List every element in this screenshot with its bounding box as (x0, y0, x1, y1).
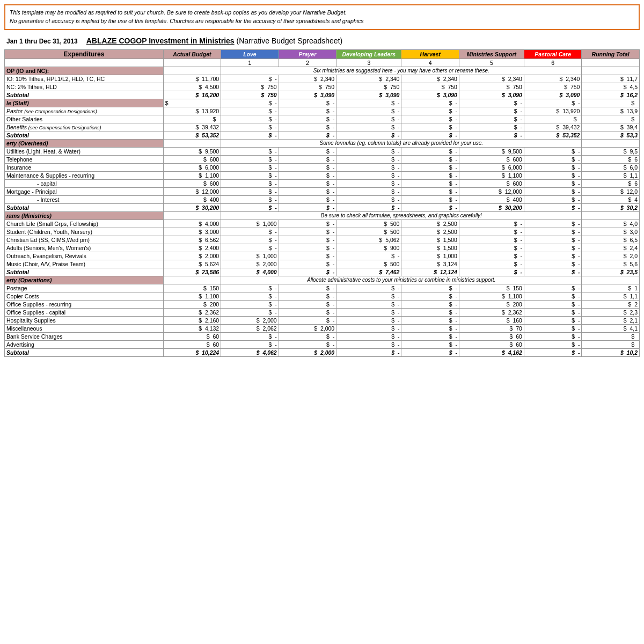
main-title: ABLAZE COGOP Investment in Ministries (N… (86, 36, 342, 45)
benefits-harvest: $ - (401, 123, 459, 131)
op1-running: $ 11,7 (582, 75, 640, 83)
op2-running: $ 4,5 (582, 83, 640, 91)
benefits-prayer: $ - (279, 123, 336, 131)
op2-harvest: $ 750 (401, 83, 459, 91)
student-row: Student (Children, Youth, Nursery) $ 3,0… (5, 228, 640, 236)
mortgage-p-row: Mortgage - Principal $ 12,000 $ - $ - $ … (5, 187, 640, 195)
pastor-actual: $ 13,920 (163, 107, 221, 115)
adults-label: Adults (Seniors, Men's, Women's) (5, 244, 164, 252)
salaries-running: $ (582, 115, 640, 123)
col-header-prayer: Prayer (279, 49, 336, 58)
bank-row: Bank Service Charges $ 60 $ - $ - $ - $ … (5, 332, 640, 340)
personnel-section-header: le (Staff) (5, 99, 164, 107)
office-rec-label: Office Supplies - recurring (5, 300, 164, 308)
pastor-harvest: $ - (401, 107, 459, 115)
personnel-subtotal-row: Subtotal $ 53,352 $ - $ - $ - $ - $ - $ … (5, 131, 640, 139)
mortgage-p-label: Mortgage - Principal (5, 187, 164, 195)
benefits-pastoral: $ 39,432 (524, 123, 582, 131)
office-rec-row: Office Supplies - recurring $ 200 $ - $ … (5, 300, 640, 308)
pastor-developing: $ - (336, 107, 401, 115)
num-empty-2 (163, 58, 221, 67)
op2-pastoral: $ 750 (524, 83, 582, 91)
budget-table: Expenditures Actual Budget Love Prayer D… (4, 49, 640, 357)
outreach-row: Outreach, Evangelism, Revivals $ 2,000 $… (5, 252, 640, 260)
insurance-label: Insurance (5, 163, 164, 171)
property-section-note: Some formulas (eg. column totals) are al… (221, 139, 582, 147)
op1-pastoral: $ 2,340 (524, 75, 582, 83)
num-prayer: 2 (279, 58, 336, 67)
title-rest: (Narrative Budget Spreadsheet) (235, 36, 343, 45)
bank-label: Bank Service Charges (5, 332, 164, 340)
postage-label: Postage (5, 284, 164, 292)
op2-love: $ 750 (221, 83, 279, 91)
col-header-ministries: Ministries Support (459, 49, 524, 58)
header-row-labels: Expenditures Actual Budget Love Prayer D… (5, 49, 640, 58)
op1-actual: $ 11,700 (163, 75, 221, 83)
benefits-label: Benefits (see Compensation Designations) (5, 123, 164, 131)
col-header-actual: Actual Budget (163, 49, 221, 58)
op2-ministries: $ 750 (459, 83, 524, 91)
property-subtotal-row: Subtotal $ 30,200 $ - $ - $ - $ - $ 30,2… (5, 203, 640, 211)
benefits-love: $ - (221, 123, 279, 131)
salaries-harvest: $ - (401, 115, 459, 123)
col-header-developing: Developing Leaders (336, 49, 401, 58)
salaries-row: Other Salaries $ $ - $ - $ - $ - $ - $ $ (5, 115, 640, 123)
salaries-pastoral: $ (524, 115, 582, 123)
student-label: Student (Children, Youth, Nursery) (5, 228, 164, 236)
pastor-ministries: $ - (459, 107, 524, 115)
op2-actual: $ 4,500 (163, 83, 221, 91)
misc-row: Miscellaneous $ 4,132 $ 2,062 $ 2,000 $ … (5, 324, 640, 332)
utilities-label: Utilities (Light, Heat, & Water) (5, 147, 164, 155)
admin-section-header: erty (Operations) (5, 276, 164, 284)
outreach-label: Outreach, Evangelism, Revivals (5, 252, 164, 260)
salaries-prayer: $ - (279, 115, 336, 123)
maintenance-row: Maintenance & Supplies - recurring $ 1,1… (5, 171, 640, 179)
misc-label: Miscellaneous (5, 324, 164, 332)
hospitality-row: Hospitality Supplies $ 2,160 $ 2,000 $ -… (5, 316, 640, 324)
salaries-love: $ - (221, 115, 279, 123)
num-empty-1 (5, 58, 164, 67)
pastor-row: Pastor (see Compensation Designations) $… (5, 107, 640, 115)
num-love: 1 (221, 58, 279, 67)
mortgage-i-row: - Interest $ 400 $ - $ - $ - $ - $ 400 $… (5, 195, 640, 203)
num-harvest: 4 (401, 58, 459, 67)
salaries-actual: $ (163, 115, 221, 123)
op2-prayer: $ 750 (279, 83, 336, 91)
disclaimer-box: This template may be modified as require… (4, 4, 640, 30)
personnel-subtotal-label: Subtotal (5, 131, 164, 139)
op-header-row: OP (IO and NC): Six ministries are sugge… (5, 67, 640, 75)
op-subtotal-love: $ 750 (221, 91, 279, 99)
programs-subtotal-label: Subtotal (5, 268, 164, 276)
pastor-love: $ - (221, 107, 279, 115)
op1-prayer: $ 2,340 (279, 75, 336, 83)
utilities-row: Utilities (Light, Heat, & Water) $ 9,500… (5, 147, 640, 155)
op-subtotal-label: Subtotal (5, 91, 164, 99)
pastor-label: Pastor (see Compensation Designations) (5, 107, 164, 115)
title-row: Jan 1 thru Dec 31, 2013 ABLAZE COGOP Inv… (4, 36, 640, 45)
op2-label: NC: 2% Tithes, HLD (5, 83, 164, 91)
op2-developing: $ 750 (336, 83, 401, 91)
op1-label: IO: 10% Tithes, HPL1/L2, HLD, TC, HC (5, 75, 164, 83)
num-developing: 3 (336, 58, 401, 67)
advertising-label: Advertising (5, 340, 164, 348)
op-subtotal-row: Subtotal $ 16,200 $ 750 $ 3,090 $ 3,090 … (5, 91, 640, 99)
capital-label: - capital (5, 179, 164, 187)
col-header-pastoral: Pastoral Care (524, 49, 582, 58)
office-cap-row: Office Supplies - capital $ 2,362 $ - $ … (5, 308, 640, 316)
title-underline: ABLAZE COGOP Investment in Ministries (86, 36, 235, 45)
admin-subtotal-label: Subtotal (5, 348, 164, 356)
programs-section-note: Be sure to check all formulae, spreadshe… (221, 211, 582, 219)
salaries-developing: $ - (336, 115, 401, 123)
christian-label: Christian Ed (SS, CIMS,Wed pm) (5, 236, 164, 244)
pastor-pastoral: $ 13,920 (524, 107, 582, 115)
property-subtotal-label: Subtotal (5, 203, 164, 211)
insurance-row: Insurance $ 6,000 $ - $ - $ - $ - $ 6,00… (5, 163, 640, 171)
date-range: Jan 1 thru Dec 31, 2013 (6, 38, 78, 45)
benefits-developing: $ - (336, 123, 401, 131)
music-label: Music (Choir, A/V, Praise Team) (5, 260, 164, 268)
maintenance-label: Maintenance & Supplies - recurring (5, 171, 164, 179)
op-subtotal-actual: $ 16,200 (163, 91, 221, 99)
op-section-header: OP (IO and NC): (5, 67, 164, 75)
disclaimer-line2: No guarantee of accuracy is implied by t… (10, 18, 364, 24)
postage-row: Postage $ 150 $ - $ - $ - $ - $ 150 $ - … (5, 284, 640, 292)
